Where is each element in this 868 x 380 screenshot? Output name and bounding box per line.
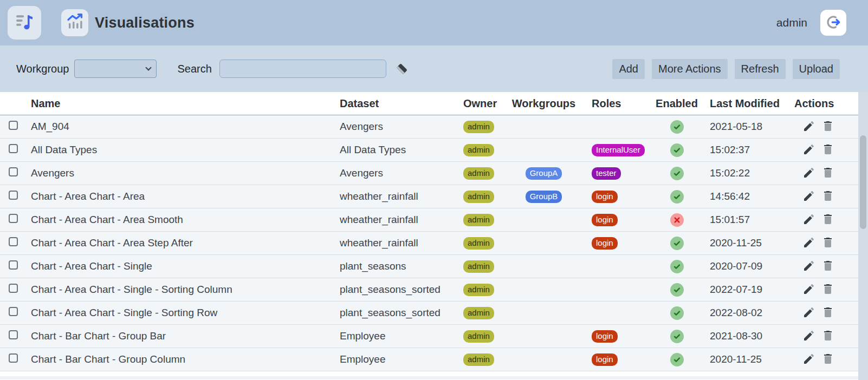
row-name: AM_904 (24, 121, 333, 133)
trash-icon (821, 166, 834, 181)
column-header-enabled[interactable]: Enabled (650, 97, 704, 110)
enabled-check-icon (670, 120, 684, 134)
row-name: Chart - Area Chart - Area (24, 191, 333, 202)
next-row-sliver (0, 376, 858, 379)
column-header-last-modified[interactable]: Last Modified (704, 97, 788, 110)
delete-button[interactable] (821, 213, 834, 227)
row-owner: admin (457, 213, 502, 226)
refresh-button[interactable]: Refresh (735, 59, 786, 79)
column-header-roles[interactable]: Roles (586, 97, 650, 110)
row-checkbox[interactable] (9, 353, 18, 363)
eraser-icon (394, 70, 410, 78)
scrollbar-thumb[interactable] (860, 135, 866, 229)
edit-button[interactable] (802, 189, 815, 204)
delete-button[interactable] (821, 306, 834, 320)
enabled-check-icon (670, 260, 684, 273)
row-checkbox[interactable] (9, 330, 18, 339)
edit-button[interactable] (802, 236, 815, 251)
pencil-icon (802, 306, 815, 320)
search-input[interactable] (219, 60, 386, 78)
vertical-scrollbar[interactable] (858, 92, 868, 380)
delete-button[interactable] (821, 352, 834, 367)
edit-button[interactable] (802, 352, 815, 367)
trash-icon (821, 329, 834, 344)
delete-button[interactable] (821, 120, 834, 134)
delete-button[interactable] (821, 329, 834, 344)
table-row: Chart - Area Chart - Single - Sorting Co… (0, 278, 858, 302)
logout-arrow-icon (825, 14, 841, 32)
owner-badge: admin (463, 260, 494, 273)
table-row: All Data Types All Data Types admin Inte… (0, 139, 858, 162)
edit-button[interactable] (802, 143, 815, 158)
table-row: Chart - Bar Chart - Group Column Employe… (0, 348, 858, 371)
edit-button[interactable] (802, 213, 815, 227)
row-roles: login (586, 330, 650, 343)
edit-button[interactable] (802, 166, 815, 181)
column-header-actions: Actions (788, 97, 858, 110)
row-checkbox[interactable] (9, 284, 18, 293)
app-logo-button[interactable] (8, 6, 41, 40)
row-checkbox[interactable] (9, 214, 18, 223)
row-checkbox[interactable] (9, 191, 18, 200)
owner-badge: admin (463, 214, 494, 226)
delete-button[interactable] (821, 283, 834, 297)
pencil-icon (802, 259, 815, 274)
delete-button[interactable] (821, 189, 834, 204)
owner-badge: admin (463, 307, 494, 319)
delete-button[interactable] (821, 259, 834, 274)
row-dataset: Employee (333, 330, 457, 342)
row-dataset: Avengers (333, 121, 457, 133)
row-last-modified: 15:01:57 (704, 214, 788, 226)
pencil-icon (802, 236, 815, 251)
row-dataset: plant_seasons_sorted (333, 307, 457, 319)
clear-search-button[interactable] (394, 61, 410, 76)
edit-button[interactable] (802, 329, 815, 344)
delete-button[interactable] (821, 166, 834, 181)
row-checkbox[interactable] (9, 144, 18, 153)
column-header-dataset[interactable]: Dataset (333, 97, 457, 110)
table-row: Chart - Area Chart - Area Step After whe… (0, 232, 858, 255)
row-owner: admin (457, 353, 502, 366)
upload-button[interactable]: Upload (793, 59, 840, 79)
top-header-bar: Visualisations admin (0, 0, 868, 45)
row-checkbox[interactable] (9, 307, 18, 316)
column-header-workgroups[interactable]: Workgroups (502, 97, 586, 110)
more-actions-button[interactable]: More Actions (652, 59, 728, 79)
edit-button[interactable] (802, 306, 815, 320)
disabled-x-icon (670, 213, 684, 227)
row-dataset: plant_seasons (333, 260, 457, 272)
column-header-owner[interactable]: Owner (457, 97, 502, 110)
visualisations-table: Name Dataset Owner Workgroups Roles Enab… (0, 92, 858, 380)
pencil-icon (802, 352, 815, 367)
row-checkbox[interactable] (9, 121, 18, 130)
edit-button[interactable] (802, 120, 815, 134)
add-button[interactable]: Add (612, 59, 645, 79)
table-row: Chart - Bar Chart - Group Bar Employee a… (0, 325, 858, 348)
row-owner: admin (457, 143, 502, 156)
row-last-modified: 15:02:22 (704, 167, 788, 179)
table-body: AM_904 Avengers admin 2021-05-18 (0, 115, 858, 371)
row-roles: InternalUser (586, 143, 650, 156)
enabled-check-icon (670, 330, 684, 343)
edit-button[interactable] (802, 283, 815, 297)
workgroup-select[interactable] (74, 60, 157, 78)
enabled-check-icon (670, 353, 684, 366)
row-checkbox[interactable] (9, 237, 18, 246)
row-checkbox[interactable] (9, 260, 18, 270)
column-header-name[interactable]: Name (24, 97, 333, 110)
table-row: Chart - Area Chart - Area Smooth wheathe… (0, 208, 858, 232)
row-owner: admin (457, 190, 502, 203)
trash-icon (821, 189, 834, 204)
delete-button[interactable] (821, 236, 834, 251)
edit-button[interactable] (802, 259, 815, 274)
row-last-modified: 14:56:42 (704, 191, 788, 202)
logout-button[interactable] (820, 10, 846, 36)
owner-badge: admin (463, 144, 494, 156)
row-workgroups: GroupA (502, 167, 586, 180)
row-name: Chart - Area Chart - Area Smooth (24, 214, 333, 226)
enabled-check-icon (670, 190, 684, 204)
owner-badge: admin (463, 191, 494, 203)
row-checkbox[interactable] (9, 167, 18, 176)
delete-button[interactable] (821, 143, 834, 158)
trash-icon (821, 143, 834, 158)
